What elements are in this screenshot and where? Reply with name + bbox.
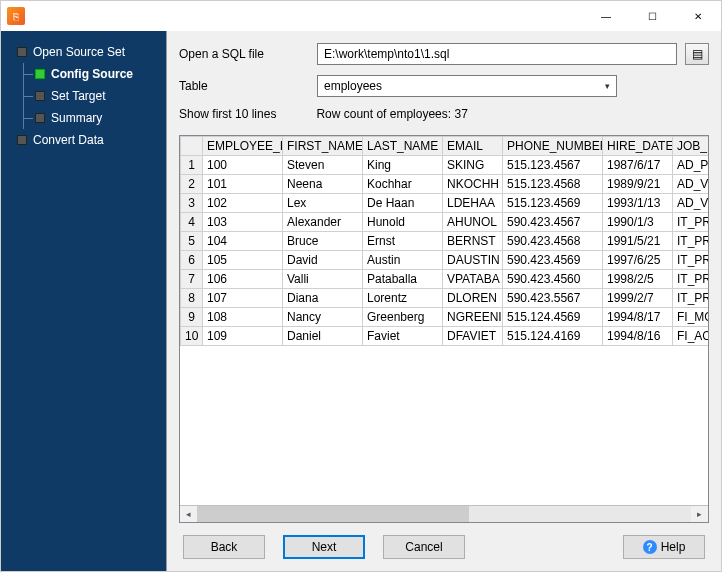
minimize-button[interactable]: — (583, 1, 629, 31)
cell[interactable]: DFAVIET (443, 327, 503, 346)
cell[interactable]: AD_VP (673, 194, 710, 213)
cell[interactable]: NKOCHH (443, 175, 503, 194)
cell[interactable]: 590.423.4560 (503, 270, 603, 289)
cell[interactable]: IT_PROG (673, 289, 710, 308)
scrollbar-track[interactable] (197, 506, 691, 523)
sidebar-item-summary[interactable]: Summary (1, 107, 166, 129)
cell[interactable]: Ernst (363, 232, 443, 251)
horizontal-scrollbar[interactable]: ◂ ▸ (180, 505, 708, 522)
cell[interactable]: 103 (203, 213, 283, 232)
cell[interactable]: VPATABA (443, 270, 503, 289)
cell[interactable]: 100 (203, 156, 283, 175)
cell[interactable]: AHUNOL (443, 213, 503, 232)
cell[interactable]: Diana (283, 289, 363, 308)
cell[interactable]: Steven (283, 156, 363, 175)
cell[interactable]: Daniel (283, 327, 363, 346)
table-row[interactable]: 5104BruceErnstBERNST590.423.45681991/5/2… (181, 232, 710, 251)
cell[interactable]: Neena (283, 175, 363, 194)
cell[interactable]: Nancy (283, 308, 363, 327)
cell[interactable]: 590.423.4568 (503, 232, 603, 251)
cell[interactable]: De Haan (363, 194, 443, 213)
cell[interactable]: 106 (203, 270, 283, 289)
cell[interactable]: 102 (203, 194, 283, 213)
table-select[interactable]: employees ▾ (317, 75, 617, 97)
cell[interactable]: SKING (443, 156, 503, 175)
cell[interactable]: 1989/9/21 (603, 175, 673, 194)
next-button[interactable]: Next (283, 535, 365, 559)
cell[interactable]: 590.423.4567 (503, 213, 603, 232)
cell[interactable]: 515.123.4568 (503, 175, 603, 194)
cell[interactable]: IT_PROG (673, 213, 710, 232)
table-row[interactable]: 9108NancyGreenbergNGREENI515.124.4569199… (181, 308, 710, 327)
column-header[interactable]: JOB_ID (673, 137, 710, 156)
cell[interactable]: Greenberg (363, 308, 443, 327)
cell[interactable]: NGREENI (443, 308, 503, 327)
cell[interactable]: 109 (203, 327, 283, 346)
cell[interactable]: 1998/2/5 (603, 270, 673, 289)
cell[interactable]: 515.123.4567 (503, 156, 603, 175)
cell[interactable]: Lorentz (363, 289, 443, 308)
table-row[interactable]: 8107DianaLorentzDLOREN590.423.55671999/2… (181, 289, 710, 308)
table-row[interactable]: 4103AlexanderHunoldAHUNOL590.423.4567199… (181, 213, 710, 232)
cell[interactable]: Pataballa (363, 270, 443, 289)
cell[interactable]: LDEHAA (443, 194, 503, 213)
cell[interactable]: Austin (363, 251, 443, 270)
table-row[interactable]: 6105DavidAustinDAUSTIN590.423.45691997/6… (181, 251, 710, 270)
cell[interactable]: 107 (203, 289, 283, 308)
cell[interactable]: 1994/8/16 (603, 327, 673, 346)
cell[interactable]: 515.123.4569 (503, 194, 603, 213)
scroll-right-arrow-icon[interactable]: ▸ (691, 506, 708, 523)
table-row[interactable]: 10109DanielFavietDFAVIET515.124.41691994… (181, 327, 710, 346)
cell[interactable]: BERNST (443, 232, 503, 251)
cell[interactable]: AD_PRE (673, 156, 710, 175)
cell[interactable]: IT_PROG (673, 270, 710, 289)
maximize-button[interactable]: ☐ (629, 1, 675, 31)
cell[interactable]: David (283, 251, 363, 270)
cell[interactable]: Bruce (283, 232, 363, 251)
cell[interactable]: FI_ACCO (673, 327, 710, 346)
cell[interactable]: King (363, 156, 443, 175)
scroll-left-arrow-icon[interactable]: ◂ (180, 506, 197, 523)
column-header[interactable]: FIRST_NAME (283, 137, 363, 156)
scrollbar-thumb[interactable] (197, 506, 469, 523)
column-header[interactable]: EMAIL (443, 137, 503, 156)
column-header[interactable]: PHONE_NUMBER (503, 137, 603, 156)
cell[interactable]: 590.423.5567 (503, 289, 603, 308)
data-grid[interactable]: EMPLOYEE_IDFIRST_NAMELAST_NAMEEMAILPHONE… (179, 135, 709, 523)
cell[interactable]: Alexander (283, 213, 363, 232)
column-header[interactable]: LAST_NAME (363, 137, 443, 156)
cell[interactable]: 108 (203, 308, 283, 327)
cell[interactable]: 1993/1/13 (603, 194, 673, 213)
sql-path-input[interactable] (317, 43, 677, 65)
row-number-header[interactable] (181, 137, 203, 156)
sidebar-item-convert-data[interactable]: Convert Data (1, 129, 166, 151)
cell[interactable]: 104 (203, 232, 283, 251)
table-row[interactable]: 7106ValliPataballaVPATABA590.423.4560199… (181, 270, 710, 289)
cell[interactable]: 1990/1/3 (603, 213, 673, 232)
sidebar-item-config-source[interactable]: Config Source (1, 63, 166, 85)
sidebar-item-open-source-set[interactable]: Open Source Set (1, 41, 166, 63)
sidebar-item-set-target[interactable]: Set Target (1, 85, 166, 107)
cell[interactable]: 1999/2/7 (603, 289, 673, 308)
cell[interactable]: 515.124.4169 (503, 327, 603, 346)
column-header[interactable]: HIRE_DATE (603, 137, 673, 156)
table-row[interactable]: 3102LexDe HaanLDEHAA515.123.45691993/1/1… (181, 194, 710, 213)
cell[interactable]: AD_VP (673, 175, 710, 194)
cell[interactable]: 515.124.4569 (503, 308, 603, 327)
cell[interactable]: 1994/8/17 (603, 308, 673, 327)
cell[interactable]: DLOREN (443, 289, 503, 308)
cell[interactable]: Valli (283, 270, 363, 289)
cell[interactable]: IT_PROG (673, 251, 710, 270)
cell[interactable]: Hunold (363, 213, 443, 232)
cell[interactable]: IT_PROG (673, 232, 710, 251)
column-header[interactable]: EMPLOYEE_ID (203, 137, 283, 156)
table-row[interactable]: 1100StevenKingSKING515.123.45671987/6/17… (181, 156, 710, 175)
cell[interactable]: DAUSTIN (443, 251, 503, 270)
cell[interactable]: 1987/6/17 (603, 156, 673, 175)
table-row[interactable]: 2101NeenaKochharNKOCHH515.123.45681989/9… (181, 175, 710, 194)
cell[interactable]: 1997/6/25 (603, 251, 673, 270)
cancel-button[interactable]: Cancel (383, 535, 465, 559)
cell[interactable]: 101 (203, 175, 283, 194)
cell[interactable]: 590.423.4569 (503, 251, 603, 270)
help-button[interactable]: ? Help (623, 535, 705, 559)
